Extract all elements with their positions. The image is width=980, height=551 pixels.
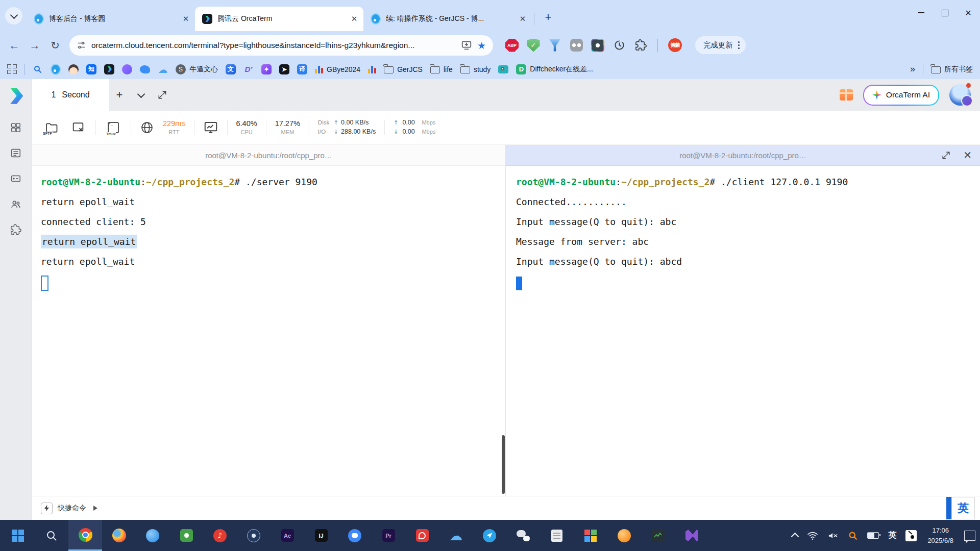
right-pane-header[interactable]: root@VM-8-2-ubuntu:/root/cpp_pro… ✕ [506,145,980,166]
sidebar-users-icon[interactable] [10,198,21,210]
bookmark-folder-life[interactable]: life [430,65,453,73]
bookmark-whale-icon[interactable] [140,64,150,74]
taskbar-after-effects-icon[interactable]: Ae [271,520,304,551]
browser-menu-icon[interactable] [738,41,740,49]
adblock-plus-icon[interactable]: ABP [505,39,519,52]
bookmark-bar-chart-icon[interactable] [368,65,376,73]
back-button[interactable]: ← [5,36,23,55]
taskbar-clock[interactable]: 17:06 2025/6/8 [921,525,960,545]
taskbar-blue-app-icon[interactable] [136,520,169,551]
bookmark-star-icon[interactable]: ★ [477,40,486,51]
ime-language-box[interactable]: 英 [951,497,975,519]
server-mute-button[interactable] [69,119,87,136]
right-terminal-pane[interactable]: root@VM-8-2-ubuntu:/root/cpp_pro… ✕ root… [505,145,980,496]
quick-command-button[interactable] [41,503,53,514]
browser-tab-2-active[interactable]: 腾讯云 OrcaTerm ✕ [195,7,363,31]
terminal-tab-active[interactable]: 1 Second [32,79,109,111]
left-terminal[interactable]: root@VM-8-2-ubuntu:~/cpp_projects_2# ./s… [32,166,505,496]
browser-tab-1[interactable]: 博客后台 - 博客园 ✕ [27,7,195,31]
monitor-chart-button[interactable] [203,120,218,135]
bookmark-wenxin[interactable]: S 牛逼文心 [176,64,218,74]
bookmark-translate-g-icon[interactable]: 文 [226,64,236,74]
tray-language-indicator[interactable]: 英 [884,520,901,551]
minimize-button[interactable] [910,0,933,26]
all-bookmarks-folder[interactable]: 所有书签 [931,65,973,74]
download-helper-icon[interactable] [548,39,561,52]
gift-icon[interactable] [840,89,853,101]
browser-tab-3[interactable]: 续: 啃操作系统 - GerJCS - 博... ✕ [363,7,532,31]
tray-battery-icon[interactable] [863,520,884,551]
start-button[interactable] [1,520,35,551]
tab-close-icon[interactable]: ✕ [349,14,359,24]
tab-close-icon[interactable]: ✕ [518,14,528,24]
taskbar-orange-app-icon[interactable] [607,520,641,551]
sidebar-apps-icon[interactable] [10,122,21,133]
sftp-button[interactable]: SFTP [42,119,61,136]
extensions-puzzle-icon[interactable] [634,39,647,52]
expand-arrow-icon[interactable] [93,506,97,511]
taskbar-search-icon[interactable] [35,520,68,551]
screenshot-extension-icon[interactable] [591,39,604,52]
bookmark-folder-study[interactable]: study [460,65,491,73]
url-text[interactable]: orcaterm.cloud.tencent.com/terminal?type… [91,41,456,50]
orcaterm-ai-button[interactable]: OrcaTerm AI [863,85,939,106]
taskbar-cloud-app-icon[interactable]: ☁ [439,520,473,551]
apps-grid-icon[interactable] [7,64,17,74]
left-terminal-pane[interactable]: root@VM-8-2-ubuntu:/root/cpp_pro… root@V… [32,145,505,496]
tray-sogou-icon[interactable] [843,520,863,551]
close-button[interactable]: ✕ [957,0,980,26]
user-avatar[interactable] [949,84,971,106]
bookmark-monica-icon[interactable] [122,64,132,74]
history-clock-icon[interactable] [612,39,626,52]
bookmark-d-prime-icon[interactable]: D’ [243,64,254,74]
taskbar-firefox-icon[interactable] [102,520,136,551]
tmux-button[interactable]: >_ Tmux [105,119,122,136]
bookmark-avatar-icon[interactable] [68,64,79,74]
taskbar-visual-studio-icon[interactable] [675,520,708,551]
omnibox[interactable]: orcaterm.cloud.tencent.com/terminal?type… [69,35,493,56]
bookmarks-overflow-button[interactable]: » [910,64,915,74]
bookmark-tencent-cloud-icon[interactable]: ☁ [158,64,168,74]
bookmark-zhihu-icon[interactable]: 知 [86,64,96,74]
profile-avatar[interactable]: 博麟 [668,38,682,52]
taskbar-tiles-app-icon[interactable] [574,520,607,551]
tab-close-icon[interactable]: ✕ [181,14,191,24]
taskbar-steam-icon[interactable] [237,520,271,551]
bookmark-dark-arrow-icon[interactable]: ➤ [279,64,289,74]
update-chrome-button[interactable]: 完成更新 [695,36,746,54]
pane-expand-icon[interactable] [941,151,951,160]
sidebar-storage-icon[interactable] [10,173,21,184]
taskbar-red-app-icon[interactable] [405,520,439,551]
taskbar-notepad-icon[interactable] [540,520,574,551]
pane-close-icon[interactable]: ✕ [963,150,972,160]
taskbar-green-app-icon[interactable] [169,520,203,551]
taskbar-intellij-icon[interactable]: IJ [304,520,338,551]
tab-search-button[interactable] [5,7,22,24]
adguard-icon[interactable]: ✓ [527,39,540,52]
tray-wifi-icon[interactable] [802,520,823,551]
tray-pc-manager-icon[interactable] [901,520,921,551]
add-terminal-button[interactable]: + [109,79,130,111]
sidebar-list-icon[interactable] [10,147,21,159]
new-tab-button[interactable]: + [540,9,557,26]
left-pane-header[interactable]: root@VM-8-2-ubuntu:/root/cpp_pro… [32,145,505,166]
taskbar-premiere-icon[interactable]: Pr [372,520,405,551]
bookmark-search-icon[interactable] [33,64,43,74]
taskbar-chrome-icon[interactable] [68,520,102,551]
right-terminal[interactable]: root@VM-8-2-ubuntu:~/cpp_projects_2# ./c… [506,166,980,496]
bookmark-cnblogs-icon[interactable] [51,64,61,74]
network-globe-icon[interactable] [140,120,154,135]
tray-chevron-up-icon[interactable] [788,520,802,551]
bookmark-recorder-icon[interactable] [498,64,508,74]
sidebar-plugins-icon[interactable] [10,224,21,235]
terminal-dropdown-button[interactable] [130,79,152,111]
taskbar-wechat-icon[interactable] [506,520,540,551]
taskbar-monitor-app-icon[interactable] [641,520,675,551]
bookmark-yuanbao-icon[interactable]: ✦ [261,64,272,74]
taskbar-music-app-icon[interactable]: ♪ [203,520,237,551]
onetab-icon[interactable] [570,39,583,52]
taskbar-telegram-icon[interactable] [473,520,506,551]
bookmark-folder-gerjcs[interactable]: GerJCS [384,65,423,73]
fullscreen-button[interactable] [152,79,173,111]
bookmark-orcaterm-icon[interactable] [104,64,114,74]
